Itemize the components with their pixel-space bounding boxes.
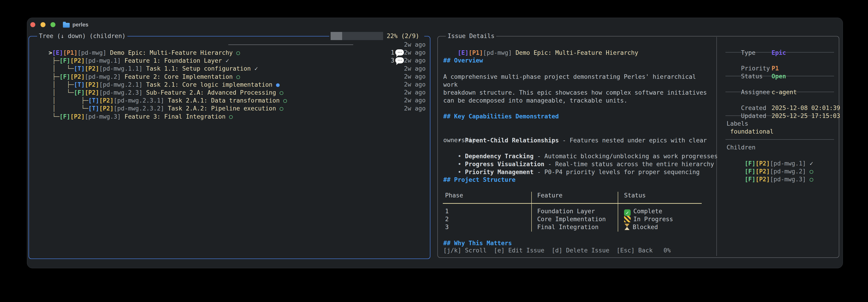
children-heading: Children: [726, 143, 755, 151]
meta-field-status: StatusOpen: [726, 64, 786, 72]
field-value: Epic: [772, 49, 786, 56]
speech-bubble-icon: [395, 57, 404, 63]
field-label: Type: [741, 49, 772, 57]
app-window: perles Tree (↓ down) (children) 22% (2/9…: [27, 18, 843, 268]
capabilities-heading: ## Key Capabilities Demonstrated: [443, 112, 559, 120]
bullet-continuation: ownership: [443, 136, 476, 144]
table-cell-status: ✓Complete: [624, 207, 662, 215]
field-label: Updated: [741, 112, 772, 120]
updated-time: 2w ago: [404, 64, 426, 73]
bullet-item: •Progress Visualization - Real-time stat…: [443, 152, 714, 160]
meta-field-priority: PriorityP1: [726, 56, 779, 64]
table-header-feature: Feature: [537, 191, 562, 200]
status-text: Complete: [633, 208, 662, 215]
updated-time: 2w ago: [404, 104, 426, 113]
labels-heading: Labels: [726, 120, 748, 128]
branch-glyph: └─: [49, 113, 60, 120]
bullet-lead: Priority Management: [465, 169, 533, 176]
folder-icon: [63, 23, 70, 28]
minimize-button[interactable]: [40, 22, 45, 27]
updated-time: 2w ago: [404, 72, 426, 81]
tree-row[interactable]: ├─[F][P2][pd-mwg.1] Feature 1: Foundatio…: [34, 49, 428, 57]
type-tag: [F]: [60, 113, 70, 120]
tree-row[interactable]: └─[F][P2][pd-mwg.3] Feature 3: Final Int…: [34, 104, 428, 113]
speech-bubble-icon: [395, 49, 404, 56]
updated-time: 2w ago: [404, 49, 426, 57]
status-text: Blocked: [633, 223, 658, 231]
table-cell-status: Blocked: [624, 223, 658, 231]
details-panel-title: Issue Details: [446, 32, 496, 40]
issue-title: Demo Epic: Multi-Feature Hierarchy: [516, 49, 638, 56]
table-column-divider: [618, 192, 618, 232]
field-value: c-agent: [772, 89, 797, 95]
bullet-marker: •: [458, 168, 465, 176]
meta-field-updated: Updated2025-12-25 17:15:03: [726, 104, 840, 112]
updated-time: 2w ago: [404, 56, 426, 64]
table-rule: [443, 203, 702, 204]
priority-tag: [P1]: [469, 49, 483, 56]
status-open-icon: ○: [226, 113, 233, 120]
structure-heading: ## Project Structure: [443, 176, 516, 184]
child-link[interactable]: [F][P2][pd-mwg.3] ○: [730, 167, 813, 175]
table-cell-feature: Foundation Layer: [537, 207, 595, 215]
status-text: In Progress: [633, 215, 673, 222]
bullet-item: •Dependency Tracking - Automatic blockin…: [443, 144, 718, 152]
table-cell-phase: 2: [445, 215, 449, 223]
overview-line: A comprehensive multi-phase project demo…: [443, 73, 696, 81]
progress-bar: [331, 32, 383, 40]
tree-row[interactable]: │ └─[F][P2][pd-mwg.2.3] Sub-Feature 2.A:…: [34, 80, 428, 89]
zoom-button[interactable]: [51, 22, 56, 27]
overview-line: work: [443, 81, 458, 89]
overview-line: breakdown structure. This epic showcases…: [443, 89, 707, 97]
table-header-phase: Phase: [445, 191, 463, 200]
updated-time: 2w ago: [404, 96, 426, 104]
comment-badge: 3: [391, 56, 404, 64]
updated-time: 2w ago: [404, 80, 426, 89]
id-tag: [pd-mwg.3]: [85, 113, 121, 120]
type-tag: [F]: [745, 176, 755, 183]
table-cell-status: In Progress: [624, 215, 673, 223]
child-link[interactable]: [F][P2][pd-mwg.1] ✓: [730, 151, 813, 159]
comment-count: 3: [391, 57, 394, 64]
comment-count: 1: [391, 49, 394, 56]
updated-time: 2w ago: [404, 88, 426, 96]
bullet-text: - Features nested under epics with clear: [559, 137, 707, 144]
child-link[interactable]: [F][P2][pd-mwg.2] ○: [730, 159, 813, 167]
field-label: Status: [741, 72, 772, 80]
table-cell-phase: 3: [445, 223, 449, 231]
tree-row[interactable]: │ ├─[T][P2][pd-mwg.2.3.1] Task 2.A.1: Da…: [34, 88, 428, 96]
window-title: perles: [72, 21, 89, 28]
priority-tag: [P2]: [70, 113, 85, 120]
tree-row[interactable]: │ ├─[T][P2][pd-mwg.2.1] Task 2.1: Core l…: [34, 72, 428, 81]
table-header-status: Status: [624, 191, 646, 200]
field-value: Open: [772, 73, 786, 80]
type-tag: [E]: [458, 49, 469, 56]
field-value: 2025-12-25 17:15:03: [772, 112, 840, 119]
tree-row[interactable]: │ └─[T][P2][pd-mwg.2.3.2] Task 2.A.2: Pi…: [34, 96, 428, 104]
overview-line: can be decomposed into manageable, track…: [443, 96, 627, 104]
progress-label: 22% (2/9): [385, 32, 421, 40]
connector-line: [228, 44, 353, 45]
meta-field-created: Created2025-12-08 02:01:39: [726, 96, 840, 104]
table-cell-phase: 1: [445, 207, 449, 215]
bullet-text: - P0-P4 priority levels for proper seque…: [533, 169, 700, 176]
hourglass-emoji: [624, 223, 630, 230]
bullet-item: •Parent-Child Relationships - Features n…: [443, 128, 707, 136]
comment-badge: 1: [391, 49, 404, 57]
id-tag: [pd-mwg.3]: [770, 176, 806, 183]
tree-row[interactable]: │ └─[T][P2][pd-mwg.1.1] Task 1.1: Setup …: [34, 56, 428, 64]
label-chip: foundational: [730, 127, 773, 135]
overview-heading: ## Overview: [443, 56, 483, 64]
table-cell-feature: Core Implementation: [537, 215, 606, 223]
updated-time: 2w ago: [404, 40, 426, 49]
tree-row[interactable]: ├─[F][P2][pd-mwg.2] Feature 2: Core Impl…: [34, 64, 428, 73]
id-tag: [pd-mwg]: [483, 49, 512, 56]
meta-field-type: TypeEpic: [726, 40, 786, 49]
bullet-lead: Parent-Child Relationships: [465, 137, 559, 144]
status-open-icon: ○: [806, 176, 813, 183]
priority-tag: [P2]: [755, 176, 770, 183]
close-button[interactable]: [30, 22, 35, 27]
meta-field-assignee: Assigneec-agent: [726, 80, 797, 88]
tree-row[interactable]: >[E][P1][pd-mwg] Demo Epic: Multi-Featur…: [34, 40, 428, 49]
progress-fill: [331, 32, 342, 40]
